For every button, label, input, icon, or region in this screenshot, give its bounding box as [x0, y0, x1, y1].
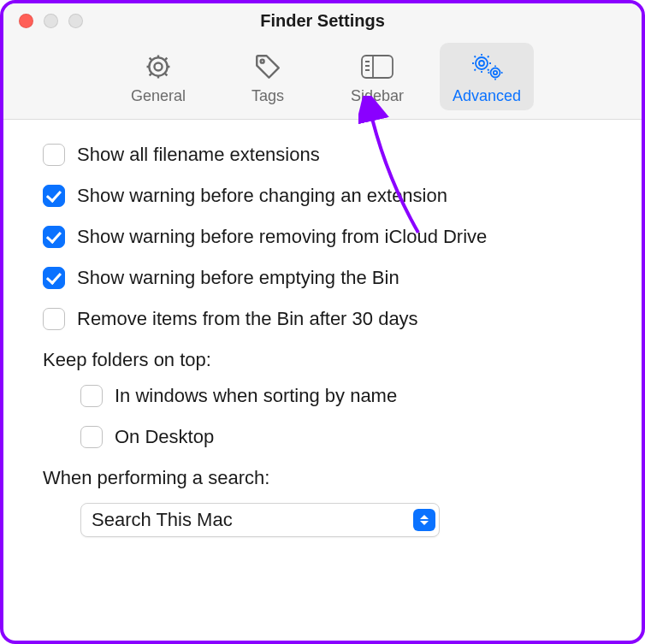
- svg-point-11: [491, 68, 500, 78]
- select-value: Search This Mac: [92, 509, 233, 531]
- tab-label: Sidebar: [351, 87, 404, 105]
- svg-point-9: [476, 57, 488, 69]
- minimize-window-button[interactable]: [44, 14, 58, 28]
- option-label: In windows when sorting by name: [115, 385, 397, 407]
- checkbox-remove-30-days[interactable]: [43, 308, 65, 330]
- checkbox-warn-change-extension[interactable]: [43, 185, 65, 207]
- tab-sidebar[interactable]: Sidebar: [330, 43, 424, 110]
- svg-rect-3: [362, 56, 393, 78]
- option-label: On Desktop: [115, 426, 214, 448]
- keep-folders-label: Keep folders on top:: [43, 349, 602, 371]
- checkbox-warn-empty-bin[interactable]: [43, 267, 65, 289]
- option-label: Show all filename extensions: [77, 144, 320, 166]
- zoom-window-button[interactable]: [68, 14, 83, 28]
- gear-icon: [144, 50, 173, 84]
- tab-label: Advanced: [453, 87, 521, 105]
- option-label: Show warning before changing an extensio…: [77, 185, 447, 207]
- tab-advanced[interactable]: Advanced: [440, 43, 534, 110]
- search-scope-select[interactable]: Search This Mac: [80, 503, 440, 537]
- svg-point-1: [149, 57, 167, 75]
- option-label: Show warning before emptying the Bin: [77, 267, 399, 289]
- svg-point-0: [154, 62, 162, 70]
- close-window-button[interactable]: [19, 14, 33, 28]
- checkbox-folders-in-windows[interactable]: [80, 385, 103, 407]
- advanced-pane: Show all filename extensions Show warnin…: [3, 120, 642, 561]
- checkbox-show-extensions[interactable]: [43, 144, 65, 166]
- option-label: Show warning before removing from iCloud…: [77, 226, 487, 248]
- toolbar: General Tags Sidebar: [3, 38, 642, 120]
- sidebar-icon: [360, 50, 394, 84]
- checkbox-folders-on-desktop[interactable]: [80, 426, 103, 448]
- window-title: Finder Settings: [3, 11, 642, 31]
- tab-tags[interactable]: Tags: [221, 43, 315, 110]
- svg-point-2: [261, 60, 264, 63]
- titlebar: Finder Settings: [3, 3, 642, 38]
- svg-point-8: [479, 61, 484, 66]
- updown-arrows-icon: [413, 509, 435, 531]
- gears-icon: [470, 50, 504, 84]
- svg-point-10: [494, 71, 497, 74]
- search-scope-label: When performing a search:: [43, 467, 602, 489]
- tab-label: General: [131, 87, 186, 105]
- tab-label: Tags: [251, 87, 284, 105]
- tab-general[interactable]: General: [111, 43, 205, 110]
- tag-icon: [253, 50, 282, 84]
- checkbox-warn-remove-icloud[interactable]: [43, 226, 65, 248]
- window-controls: [3, 14, 83, 28]
- option-label: Remove items from the Bin after 30 days: [77, 308, 418, 330]
